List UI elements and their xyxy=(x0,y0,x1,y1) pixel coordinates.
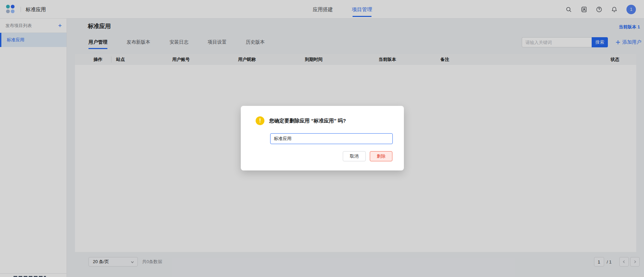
screen: 标准应用 应用搭建 项目管理 xyxy=(0,0,644,277)
delete-confirm-dialog: ! 您确定要删除应用 “标准应用” 吗? 取消 删除 xyxy=(241,106,404,170)
warning-icon: ! xyxy=(256,116,264,125)
dialog-title: 您确定要删除应用 “标准应用” 吗? xyxy=(269,118,346,124)
confirm-name-input[interactable] xyxy=(270,133,393,144)
delete-button[interactable]: 删除 xyxy=(370,151,392,161)
cancel-button[interactable]: 取消 xyxy=(343,151,366,161)
